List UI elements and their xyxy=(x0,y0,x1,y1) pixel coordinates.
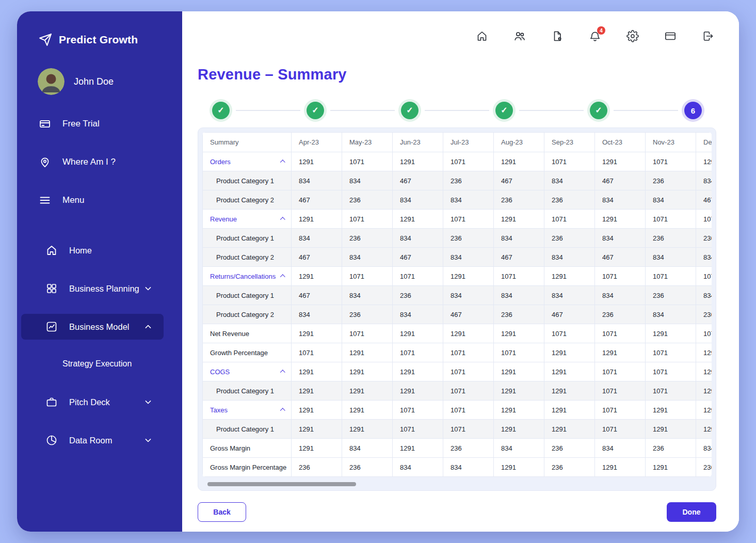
gear-icon[interactable] xyxy=(626,30,639,42)
table-cell: 1291 xyxy=(696,381,712,401)
table-cell: 1291 xyxy=(494,401,544,420)
table-cell: 1071 xyxy=(494,343,544,362)
sidebar-item-home[interactable]: Home xyxy=(21,237,164,263)
table-cell: 1071 xyxy=(443,362,494,381)
stepper: ✓✓✓✓✓6 xyxy=(198,102,716,119)
table-cell: 834 xyxy=(595,190,646,210)
table-cell: 236 xyxy=(342,190,393,210)
table-cell: 1291 xyxy=(595,152,646,171)
table-cell: 236 xyxy=(646,171,696,190)
chevron-down-icon xyxy=(143,435,153,445)
table-panel: SummaryApr-23May-23Jun-23Jul-23Aug-23Sep… xyxy=(198,127,716,491)
step-complete[interactable]: ✓ xyxy=(495,102,513,119)
chart-icon xyxy=(45,321,58,333)
chevron-up-icon[interactable] xyxy=(280,217,285,222)
table-cell: 1291 xyxy=(342,343,393,362)
sidebar-item-business-planning[interactable]: Business Planning xyxy=(21,276,164,301)
document-info-icon[interactable] xyxy=(551,30,564,42)
home-icon[interactable] xyxy=(476,30,488,42)
user-profile[interactable]: John Doe xyxy=(17,46,182,95)
scrollbar-thumb[interactable] xyxy=(207,482,356,486)
done-button[interactable]: Done xyxy=(667,502,716,522)
table-cell: 1291 xyxy=(292,420,342,439)
table-row: Returns/Cancellations1291107110711291107… xyxy=(203,267,712,286)
table-row: Taxes12911291107110711291129110711291129… xyxy=(203,401,712,420)
step-complete[interactable]: ✓ xyxy=(307,102,324,119)
table-cell: 1071 xyxy=(595,381,646,401)
table-cell: 1071 xyxy=(646,210,696,229)
step-connector xyxy=(330,110,395,111)
credit-card-icon[interactable] xyxy=(664,30,677,42)
table-cell: 1291 xyxy=(494,458,544,477)
logout-icon[interactable] xyxy=(702,30,714,42)
sidebar-item-pitch-deck[interactable]: Pitch Deck xyxy=(21,389,164,415)
chevron-up-icon[interactable] xyxy=(280,274,285,279)
row-label-cell[interactable]: COGS xyxy=(203,362,292,381)
table-cell: 467 xyxy=(292,286,342,305)
table-cell: 1291 xyxy=(646,420,696,439)
table-cell: 236 xyxy=(494,305,544,324)
sidebar-item-label: Home xyxy=(69,246,92,255)
column-header-month: May-23 xyxy=(342,133,393,152)
sidebar-item-business-model[interactable]: Business Model xyxy=(21,314,164,340)
horizontal-scrollbar[interactable] xyxy=(203,482,711,486)
row-label-cell[interactable]: Taxes xyxy=(203,401,292,420)
menu-label: Menu xyxy=(62,195,85,205)
location-pin-icon xyxy=(39,156,51,168)
row-label: Orders xyxy=(210,158,231,166)
sidebar-item-strategy-execution[interactable]: Strategy Execution xyxy=(21,352,164,376)
hamburger-menu-icon xyxy=(39,194,51,206)
app-window: Predict Growth John Doe Free Trial Where… xyxy=(17,11,739,532)
step-connector xyxy=(519,110,584,111)
table-row: Growth Percentage10711291107110711071129… xyxy=(203,343,712,362)
table-scroll-area: SummaryApr-23May-23Jun-23Jul-23Aug-23Sep… xyxy=(202,132,712,477)
table-cell: 1291 xyxy=(393,362,443,381)
summary-table: SummaryApr-23May-23Jun-23Jul-23Aug-23Sep… xyxy=(202,132,712,477)
table-cell: 834 xyxy=(646,190,696,210)
free-trial-item[interactable]: Free Trial xyxy=(17,109,182,138)
row-label: Returns/Cancellations xyxy=(210,273,276,280)
row-label: Gross Margin Percentage xyxy=(210,464,286,471)
step-complete[interactable]: ✓ xyxy=(212,102,230,119)
column-header-month: Aug-23 xyxy=(494,133,544,152)
step-complete[interactable]: ✓ xyxy=(590,102,607,119)
table-cell: 1291 xyxy=(342,381,393,401)
back-button[interactable]: Back xyxy=(198,502,246,522)
row-label: Product Category 2 xyxy=(216,311,274,318)
chevron-up-icon[interactable] xyxy=(280,408,285,413)
table-cell: 1291 xyxy=(696,401,712,420)
table-cell: 834 xyxy=(696,439,712,458)
sidebar-item-data-room[interactable]: Data Room xyxy=(21,427,164,453)
table-cell: 834 xyxy=(443,458,494,477)
chevron-up-icon xyxy=(143,322,153,332)
column-header-month: Jun-23 xyxy=(393,133,443,152)
where-am-i-item[interactable]: Where Am I ? xyxy=(17,148,182,177)
row-label-cell: Product Category 2 xyxy=(203,248,292,267)
chevron-up-icon[interactable] xyxy=(280,159,285,165)
table-cell: 1291 xyxy=(595,210,646,229)
table-cell: 834 xyxy=(544,171,595,190)
users-icon[interactable] xyxy=(513,30,526,42)
grid-icon xyxy=(45,282,58,295)
table-row: Product Category 14678342368348348348342… xyxy=(203,286,712,305)
check-icon: ✓ xyxy=(217,106,224,115)
table-cell: 1291 xyxy=(342,362,393,381)
menu-item[interactable]: Menu xyxy=(17,186,182,215)
table-cell: 1071 xyxy=(595,267,646,286)
bell-icon[interactable]: 4 xyxy=(589,30,601,42)
step-connector xyxy=(425,110,489,111)
row-label-cell[interactable]: Revenue xyxy=(203,210,292,229)
table-row: Orders1291107112911071129110711291107112… xyxy=(203,152,712,171)
row-label-cell[interactable]: Orders xyxy=(203,152,292,171)
table-cell: 467 xyxy=(393,171,443,190)
where-am-i-label: Where Am I ? xyxy=(62,157,116,167)
table-cell: 1291 xyxy=(443,324,494,343)
row-label-cell[interactable]: Returns/Cancellations xyxy=(203,267,292,286)
chevron-up-icon[interactable] xyxy=(280,370,285,375)
table-cell: 834 xyxy=(646,248,696,267)
table-cell: 236 xyxy=(443,439,494,458)
step-complete[interactable]: ✓ xyxy=(401,102,419,119)
table-row: Gross Margin1291834129123683423683423683… xyxy=(203,439,712,458)
step-connector xyxy=(614,110,678,111)
step-current[interactable]: 6 xyxy=(684,102,702,119)
